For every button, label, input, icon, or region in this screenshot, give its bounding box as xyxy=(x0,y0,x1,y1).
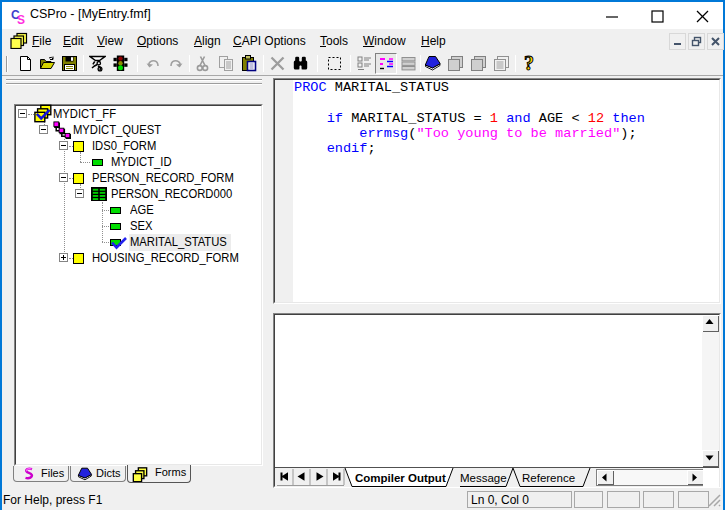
svg-text:S: S xyxy=(17,13,25,25)
svg-text:Reference: Reference xyxy=(522,472,575,484)
svg-text:Message: Message xyxy=(460,472,507,484)
svg-text:Compiler Output: Compiler Output xyxy=(355,472,446,484)
svg-text:?: ? xyxy=(524,55,534,72)
